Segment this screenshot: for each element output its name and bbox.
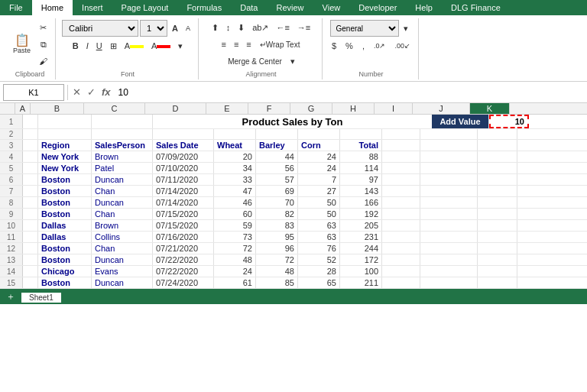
tab-insert[interactable]: Insert bbox=[73, 0, 112, 15]
cell-c9[interactable]: Chan bbox=[92, 209, 153, 219]
col-header-a[interactable]: A bbox=[15, 103, 31, 114]
cell-j8[interactable] bbox=[420, 197, 478, 208]
format-painter-button[interactable]: 🖌 bbox=[36, 53, 50, 69]
cell-a13[interactable] bbox=[23, 254, 38, 265]
cell-d2[interactable] bbox=[153, 129, 214, 139]
cell-h3-total[interactable]: Total bbox=[340, 140, 382, 151]
cell-c15[interactable]: Duncan bbox=[92, 277, 153, 288]
cell-i6[interactable] bbox=[382, 174, 420, 185]
indent-increase-button[interactable]: →≡ bbox=[294, 20, 313, 35]
cell-c5[interactable]: Patel bbox=[92, 163, 153, 173]
bold-button[interactable]: B bbox=[70, 38, 82, 53]
cell-g3-corn[interactable]: Corn bbox=[298, 140, 340, 151]
cell-a2[interactable] bbox=[23, 129, 38, 139]
cell-k9[interactable] bbox=[478, 209, 517, 219]
cell-g8[interactable]: 50 bbox=[298, 197, 340, 208]
cell-c10[interactable]: Brown bbox=[92, 220, 153, 231]
copy-button[interactable]: ⧉ bbox=[36, 37, 50, 52]
cell-c6[interactable]: Duncan bbox=[92, 174, 153, 185]
cell-d13[interactable]: 07/22/2020 bbox=[153, 254, 214, 265]
cell-i8[interactable] bbox=[382, 197, 420, 208]
cell-g5[interactable]: 24 bbox=[298, 163, 340, 173]
align-center-button[interactable]: ≡ bbox=[231, 37, 242, 52]
cell-k1[interactable]: 10 bbox=[489, 115, 529, 128]
cell-g12[interactable]: 76 bbox=[298, 243, 340, 254]
cell-k10[interactable] bbox=[478, 220, 517, 231]
tab-review[interactable]: Review bbox=[267, 0, 313, 15]
align-right-button[interactable]: ≡ bbox=[243, 37, 254, 52]
cell-h8[interactable]: 166 bbox=[340, 197, 382, 208]
currency-button[interactable]: $ bbox=[329, 38, 339, 53]
cell-f15[interactable]: 85 bbox=[256, 277, 298, 288]
cell-j1[interactable]: Add Value bbox=[432, 115, 489, 128]
cell-i5[interactable] bbox=[382, 163, 420, 173]
cell-e5[interactable]: 34 bbox=[214, 163, 256, 173]
cell-e7[interactable]: 47 bbox=[214, 186, 256, 196]
cell-b9[interactable]: Boston bbox=[38, 209, 92, 219]
cell-g10[interactable]: 63 bbox=[298, 220, 340, 231]
tab-data[interactable]: Data bbox=[231, 0, 267, 15]
align-left-button[interactable]: ≡ bbox=[219, 37, 229, 52]
cell-j12[interactable] bbox=[420, 243, 478, 254]
cell-d15[interactable]: 07/24/2020 bbox=[153, 277, 214, 288]
cell-j7[interactable] bbox=[420, 186, 478, 196]
cell-b10[interactable]: Dallas bbox=[38, 220, 92, 231]
cell-c4[interactable]: Brown bbox=[92, 151, 153, 162]
cell-d12[interactable]: 07/21/2020 bbox=[153, 243, 214, 254]
cell-d8[interactable]: 07/14/2020 bbox=[153, 197, 214, 208]
cell-b7[interactable]: Boston bbox=[38, 186, 92, 196]
cell-d5[interactable]: 07/10/2020 bbox=[153, 163, 214, 173]
underline-button[interactable]: U bbox=[93, 38, 105, 53]
cell-j4[interactable] bbox=[420, 151, 478, 162]
cell-a3[interactable] bbox=[23, 140, 38, 151]
cell-k5[interactable] bbox=[478, 163, 517, 173]
cell-c1[interactable] bbox=[92, 115, 153, 128]
merge-center-button[interactable]: Merge & Center bbox=[224, 53, 286, 69]
cell-f6[interactable]: 57 bbox=[256, 174, 298, 185]
cell-a10[interactable] bbox=[23, 220, 38, 231]
cell-d4[interactable]: 07/09/2020 bbox=[153, 151, 214, 162]
col-header-e[interactable]: E bbox=[206, 103, 248, 114]
cell-h13[interactable]: 172 bbox=[340, 254, 382, 265]
bottom-align-button[interactable]: ⬇ bbox=[235, 20, 248, 35]
cell-f2[interactable] bbox=[256, 129, 298, 139]
cell-e12[interactable]: 72 bbox=[214, 243, 256, 254]
cancel-formula-icon[interactable]: ✕ bbox=[71, 86, 83, 98]
cell-e13[interactable]: 48 bbox=[214, 254, 256, 265]
cell-g6[interactable]: 7 bbox=[298, 174, 340, 185]
fill-color-button[interactable]: A bbox=[122, 38, 147, 53]
cell-b14[interactable]: Chicago bbox=[38, 266, 92, 277]
cell-b13[interactable]: Boston bbox=[38, 254, 92, 265]
cell-a4[interactable] bbox=[23, 151, 38, 162]
indent-decrease-button[interactable]: ←≡ bbox=[273, 20, 292, 35]
cell-e2[interactable] bbox=[214, 129, 256, 139]
cell-i14[interactable] bbox=[382, 266, 420, 277]
cell-i2[interactable] bbox=[382, 129, 420, 139]
cell-i11[interactable] bbox=[382, 232, 420, 242]
cell-e8[interactable]: 46 bbox=[214, 197, 256, 208]
cell-g15[interactable]: 65 bbox=[298, 277, 340, 288]
cell-b12[interactable]: Boston bbox=[38, 243, 92, 254]
comma-button[interactable]: , bbox=[359, 38, 368, 53]
tab-view[interactable]: View bbox=[313, 0, 350, 15]
cell-i7[interactable] bbox=[382, 186, 420, 196]
font-size-select[interactable]: 11 bbox=[140, 20, 167, 37]
cell-a6[interactable] bbox=[23, 174, 38, 185]
col-header-b[interactable]: B bbox=[31, 103, 84, 114]
cell-c2[interactable] bbox=[92, 129, 153, 139]
col-header-h[interactable]: H bbox=[332, 103, 375, 114]
number-format-dropdown[interactable]: ▾ bbox=[401, 21, 411, 36]
cell-g2[interactable] bbox=[298, 129, 340, 139]
merge-dropdown-button[interactable]: ▾ bbox=[287, 53, 298, 69]
col-header-g[interactable]: G bbox=[290, 103, 332, 114]
cell-f7[interactable]: 69 bbox=[256, 186, 298, 196]
top-align-button[interactable]: ⬆ bbox=[209, 20, 222, 35]
cell-b8[interactable]: Boston bbox=[38, 197, 92, 208]
increase-decimal-button[interactable]: .0↗ bbox=[371, 38, 389, 53]
cell-i12[interactable] bbox=[382, 243, 420, 254]
cell-g13[interactable]: 52 bbox=[298, 254, 340, 265]
cell-d9[interactable]: 07/15/2020 bbox=[153, 209, 214, 219]
sheet-tab-1[interactable]: Sheet1 bbox=[21, 291, 61, 303]
cell-d6[interactable]: 07/11/2020 bbox=[153, 174, 214, 185]
cell-e15[interactable]: 61 bbox=[214, 277, 256, 288]
